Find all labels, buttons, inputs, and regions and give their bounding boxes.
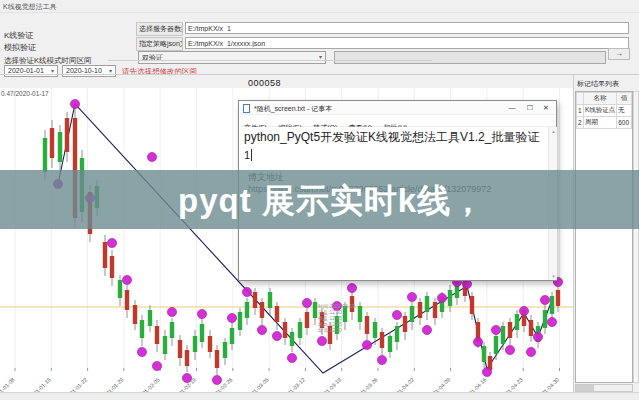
svg-text:2021-03-12: 2021-03-12	[282, 376, 306, 392]
svg-text:2021-04-16: 2021-04-16	[463, 376, 487, 392]
svg-text:2021-01-22: 2021-01-22	[64, 376, 88, 392]
chart-peak-annotation: 0.47/2020-01-17	[1, 90, 49, 97]
tooltip-line: 最低:12.30	[318, 327, 355, 333]
json-file-label: 指定策略json文件	[136, 37, 183, 51]
table-row[interactable]: 1 K线验证点 无	[577, 105, 632, 117]
data-folder-label: 选择服务器数据文件夹	[136, 22, 183, 36]
date-to-value: 2020-10-10	[66, 67, 102, 74]
sim-verify-label: 模拟验证	[4, 42, 36, 53]
range-warning-text: 请先选择想修改的区间	[122, 67, 197, 77]
svg-text:2021-04-30: 2021-04-30	[536, 376, 560, 392]
date-from-value: 2020-01-01	[8, 67, 44, 74]
row-name: 周期	[583, 117, 616, 129]
data-folder-input[interactable]	[185, 22, 629, 34]
date-to-select[interactable]: 2020-10-10 ▾	[62, 65, 116, 77]
svg-text:2021-01-29: 2021-01-29	[100, 376, 124, 392]
caption-text: pyqt 展示实时k线，	[178, 179, 485, 224]
svg-text:2021-04-23: 2021-04-23	[500, 376, 524, 392]
notepad-title: *随机_screen.txt - 记事本	[254, 104, 332, 114]
svg-text:2021-04-09: 2021-04-09	[427, 376, 451, 392]
caption-overlay-band: pyqt 展示实时k线，	[0, 170, 639, 229]
date-from-select[interactable]: 2020-01-01 ▾	[4, 65, 58, 77]
stock-code-label: 000058	[248, 78, 281, 88]
groupbox-line	[108, 60, 432, 61]
table-row[interactable]: 2 周期 600	[577, 117, 632, 129]
maximize-button[interactable]: ☐	[522, 101, 538, 115]
index-header	[577, 93, 584, 105]
notepad-menubar: 文件(F) 编辑(E) 格式(O) 查看(V) 帮助(H)	[239, 115, 556, 127]
scrollbar-thumb[interactable]	[576, 385, 594, 391]
kline-verify-label: K线验证	[4, 30, 33, 41]
run-arrow-button[interactable]: →	[608, 48, 630, 60]
name-header: 名称	[583, 93, 616, 105]
chevron-down-icon: ▾	[51, 67, 54, 74]
separator	[0, 74, 639, 75]
row-index: 2	[577, 117, 584, 129]
notepad-text-line1: python_PyQt5开发验证K线视觉想法工具V1.2_批量验证	[244, 129, 539, 146]
svg-text:2021-01-15: 2021-01-15	[28, 376, 52, 392]
result-table: 名称 值 1 K线验证点 无 2 周期 600	[575, 91, 633, 383]
window-title: K线视觉想法工具	[0, 0, 639, 13]
table-header-row: 名称 值	[577, 93, 632, 105]
chart-tooltip: 时间:2021-03-19 开盘:12.60 收盘:12.45 最高:12.85…	[318, 303, 355, 333]
text-caret	[251, 149, 252, 161]
x-axis-labels: 2021-01-082021-01-152021-01-222021-01-29…	[0, 368, 560, 392]
status-bar	[0, 392, 639, 400]
notepad-icon	[243, 104, 250, 113]
svg-text:2021-03-19: 2021-03-19	[318, 376, 342, 392]
sidebar-title: 标记结果列表	[577, 79, 619, 89]
chevron-down-icon: ▾	[319, 53, 322, 60]
mode-output-field[interactable]	[334, 51, 606, 64]
row-name: K线验证点	[583, 105, 616, 117]
json-file-input[interactable]	[185, 37, 629, 49]
mode-select[interactable]: 双验证 ▾	[138, 51, 326, 64]
row-index: 1	[577, 105, 584, 117]
notepad-text-line2: 1	[244, 149, 250, 161]
minimize-button[interactable]: —	[504, 101, 520, 115]
scroll-down-icon[interactable]: ▾	[549, 272, 558, 280]
chevron-down-icon: ▾	[109, 67, 112, 74]
row-value: 无	[617, 105, 632, 117]
svg-text:2021-03-26: 2021-03-26	[355, 376, 379, 392]
notepad-titlebar[interactable]: *随机_screen.txt - 记事本 — ☐ ✕	[239, 101, 556, 115]
app-window: K线视觉想法工具 K线验证 模拟验证 选择服务器数据文件夹 指定策略json文件…	[0, 0, 639, 400]
value-header: 值	[617, 93, 632, 105]
close-button[interactable]: ✕	[538, 101, 554, 115]
svg-text:2021-03-05: 2021-03-05	[246, 376, 270, 392]
sidebar-vertical-scrollbar[interactable]	[633, 91, 639, 383]
svg-text:2021-01-08: 2021-01-08	[0, 376, 16, 392]
row-value: 600	[617, 117, 632, 129]
svg-text:2021-04-02: 2021-04-02	[391, 376, 415, 392]
svg-text:2021-02-05: 2021-02-05	[137, 376, 161, 392]
scroll-up-icon[interactable]: ▴	[549, 127, 558, 135]
